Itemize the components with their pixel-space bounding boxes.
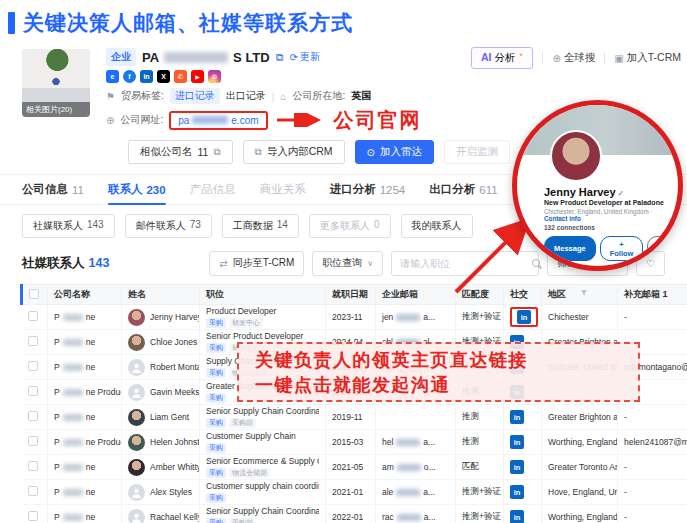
tag-blue: 采购 xyxy=(206,368,226,378)
profile-location: Chichester, England, United Kingdom · Co… xyxy=(544,208,664,222)
refresh-button[interactable]: ⟳ 更新 xyxy=(290,50,320,64)
row-checkbox[interactable] xyxy=(28,486,38,496)
radar-icon: ⊙ xyxy=(367,147,375,158)
blurred-text xyxy=(63,339,83,346)
tab-label: 商业关系 xyxy=(260,182,306,197)
linkedin-icon[interactable]: in xyxy=(510,460,524,474)
tab-label: 公司信息 xyxy=(22,182,68,197)
copy-icon[interactable]: ⧉ xyxy=(276,51,284,64)
chip-my-contacts[interactable]: 我的联系人 xyxy=(401,214,473,238)
top-actions: AI 分析 ⊕ 全球搜 ▣ 加入T-CRM xyxy=(471,47,681,69)
globe-icon: ⊕ xyxy=(552,53,560,64)
similar-company-button[interactable]: 相似公司名11⧉ xyxy=(128,140,233,164)
chip-business-data[interactable]: 工商数据14 xyxy=(222,214,299,238)
join-tcrm-button[interactable]: ▣ 加入T-CRM xyxy=(614,51,681,65)
ai-analyze-button[interactable]: AI 分析 xyxy=(471,47,534,69)
website-icon[interactable]: e xyxy=(106,70,119,83)
row-checkbox[interactable] xyxy=(28,461,38,471)
blurred-text xyxy=(63,439,83,446)
tab-contacts[interactable]: 联系人230 xyxy=(108,175,166,204)
profile-headline: New Product Developer at Paladone xyxy=(544,199,664,206)
linkedin-callout-annotation: 关键负责人的领英主页直达链接 一键点击就能发起沟通 xyxy=(237,342,640,402)
contact-name-text: Helen Johnstone xyxy=(150,437,200,447)
row-checkbox[interactable] xyxy=(28,511,38,521)
row-checkbox[interactable] xyxy=(28,436,38,446)
social-cell: in xyxy=(504,430,542,455)
chip-email-contacts[interactable]: 邮件联系人73 xyxy=(125,214,212,238)
row-checkbox[interactable] xyxy=(28,386,38,396)
linkedin-icon[interactable]: in xyxy=(510,435,524,449)
row-checkbox[interactable] xyxy=(28,336,38,346)
company-suffix: ne xyxy=(86,362,95,372)
red-highlight-box: in xyxy=(510,307,538,327)
facebook-icon[interactable]: f xyxy=(123,70,136,83)
title-accent-bar xyxy=(8,12,15,34)
position-search-input[interactable] xyxy=(400,258,532,269)
title-cell: Senior Ecommerce & Supply Cha...采购物流仓储部 xyxy=(200,455,326,480)
tab-business-relations: 商业关系 xyxy=(260,175,306,204)
linkedin-icon[interactable]: in xyxy=(140,70,153,83)
profile-connections: 132 connections xyxy=(544,224,664,231)
row-select-cell xyxy=(22,455,48,480)
filter-icon[interactable] xyxy=(580,289,588,299)
contact-name: Liam Gent xyxy=(128,409,193,426)
sync-tcrm-button[interactable]: ⇄ 同步至T-CRM xyxy=(209,251,304,276)
row-checkbox[interactable] xyxy=(28,361,38,371)
email-cell xyxy=(376,405,456,430)
company-prefix: P xyxy=(54,412,60,422)
linkedin-icon[interactable]: in xyxy=(517,310,531,324)
row-checkbox[interactable] xyxy=(28,311,38,321)
contact-info-link[interactable]: Contact info xyxy=(544,215,581,222)
contact-name-text: Jenny Harvey xyxy=(150,312,200,322)
row-select-cell xyxy=(22,480,48,505)
x-icon[interactable]: X xyxy=(157,70,170,83)
blurred-text xyxy=(63,364,83,371)
add-radar-label: 加入雷达 xyxy=(380,145,422,159)
row-checkbox[interactable] xyxy=(28,411,38,421)
phone-icon[interactable]: ✆ xyxy=(174,70,187,83)
tab-company-info[interactable]: 公司信息11 xyxy=(22,175,84,204)
company-prefix: P xyxy=(54,462,60,472)
email-suffix: a... xyxy=(423,437,435,447)
import-record-tag[interactable]: 进口记录 xyxy=(170,88,220,104)
select-all-checkbox[interactable] xyxy=(29,289,39,299)
job-title: Customer supply chain coordinator xyxy=(206,481,319,492)
chip-label: 工商数据 xyxy=(233,219,273,233)
company-photo[interactable]: 相关图片(20) xyxy=(22,49,90,117)
chip-social-contacts[interactable]: 社媒联系人143 xyxy=(22,214,115,238)
title-tags: 采购物流仓储部 xyxy=(206,468,319,478)
export-record-tag[interactable]: 出口记录 xyxy=(226,89,266,103)
search-icon[interactable] xyxy=(532,259,540,267)
tab-import-analysis[interactable]: 进口分析1254 xyxy=(330,175,406,204)
instagram-icon[interactable]: ⊙ xyxy=(208,70,221,83)
tab-export-analysis[interactable]: 出口分析611 xyxy=(429,175,497,204)
extra-email-cell: - xyxy=(618,455,687,480)
contact-name: Alex Styles xyxy=(128,484,193,501)
linkedin-icon[interactable]: in xyxy=(510,410,524,424)
linkedin-icon[interactable]: in xyxy=(510,485,524,499)
tab-count: 1254 xyxy=(380,184,406,196)
job-title: Senior Product Developer xyxy=(206,331,319,342)
import-crm-button[interactable]: ⧉导入内部CRM xyxy=(243,140,345,164)
linkedin-icon[interactable]: in xyxy=(510,510,524,523)
website-link[interactable]: pae.com xyxy=(169,111,267,130)
add-radar-button[interactable]: ⊙加入雷达 xyxy=(355,140,434,164)
page-title: 关键决策人邮箱、社媒等联系方式 xyxy=(23,9,353,37)
company-cell: Pne xyxy=(48,305,122,330)
message-button[interactable]: Message xyxy=(544,236,596,261)
position-query-dropdown[interactable]: 职位查询 ∨ xyxy=(312,251,383,276)
contact-name: Gavin Meeks xyxy=(128,384,193,401)
chip-count: 143 xyxy=(87,219,104,233)
tab-label: 进口分析 xyxy=(330,182,376,197)
job-title: Product Developer xyxy=(206,306,319,317)
follow-button[interactable]: + Follow xyxy=(600,236,644,261)
youtube-icon[interactable]: ▶ xyxy=(191,70,204,83)
avatar-photo xyxy=(128,409,145,426)
avatar-generic-icon xyxy=(128,509,145,523)
red-arrow-right xyxy=(274,113,326,127)
global-search-button[interactable]: ⊕ 全球搜 xyxy=(552,51,595,65)
blurred-text xyxy=(63,314,83,321)
tag-blue: 采购 xyxy=(206,468,226,478)
blurred-text xyxy=(63,464,83,471)
contact-name: Jenny Harvey xyxy=(128,309,193,326)
